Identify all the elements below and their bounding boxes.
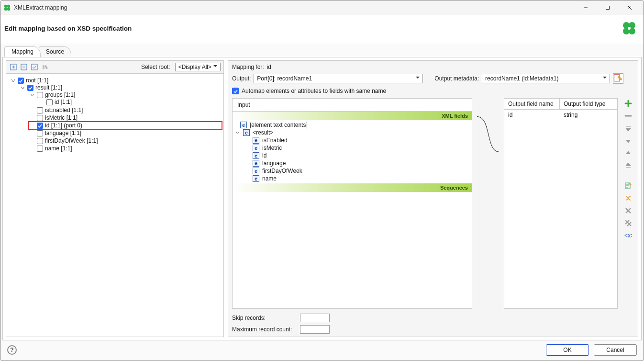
- collapse-all-icon[interactable]: [20, 63, 28, 71]
- xml-fields-list: e[element text contents] e<result> eisEn…: [233, 120, 472, 183]
- list-item[interactable]: e<result>: [234, 129, 470, 136]
- tab-mapping[interactable]: Mapping: [4, 46, 41, 57]
- select-root-value: <Display All>: [178, 64, 211, 70]
- tree-node-firstdayofweek[interactable]: firstDayOfWeek [1:1]: [29, 137, 222, 144]
- svg-point-3: [7, 8, 10, 11]
- select-root-combo[interactable]: <Display All>: [175, 63, 221, 71]
- chevron-down-icon[interactable]: [20, 85, 25, 90]
- subtitle-strip: Edit mapping based on XSD specification: [0, 15, 644, 44]
- clover-logo-icon: [621, 20, 638, 37]
- edit-metadata-button[interactable]: [613, 73, 623, 84]
- output-cell-type[interactable]: string: [560, 110, 617, 308]
- move-down-icon[interactable]: [624, 149, 633, 158]
- cancel-button[interactable]: Cancel: [594, 344, 637, 356]
- skip-records-label: Skip records:: [232, 315, 297, 321]
- svg-point-13: [45, 66, 47, 67]
- mapping-curve: [477, 98, 499, 309]
- checkbox[interactable]: [37, 138, 43, 144]
- tree-node-language[interactable]: language [1:1]: [29, 130, 222, 136]
- titlebar: XMLExtract mapping: [0, 0, 644, 15]
- output-port-combo[interactable]: Port[0]: recordName1: [254, 74, 423, 83]
- list-item[interactable]: e[element text contents]: [234, 121, 470, 129]
- output-metadata-combo[interactable]: recordName1 (id:Metadata1): [482, 74, 610, 83]
- checkbox[interactable]: [27, 85, 33, 91]
- element-icon: e: [243, 129, 250, 136]
- list-item[interactable]: elanguage: [234, 159, 470, 167]
- list-item[interactable]: eid: [234, 152, 470, 159]
- max-records-input[interactable]: [300, 325, 330, 334]
- output-metadata-label: Output metadata:: [434, 75, 479, 82]
- tree-node-root[interactable]: root [1:1]: [10, 77, 222, 84]
- xsd-tree[interactable]: root [1:1] result [1:1]: [6, 73, 223, 337]
- tree-node-groups[interactable]: groups [1:1]: [29, 91, 222, 98]
- move-bottom-icon[interactable]: [624, 161, 633, 170]
- move-top-icon[interactable]: [624, 124, 633, 133]
- tree-node-isenabled[interactable]: isEnabled [1:1]: [29, 107, 222, 113]
- mapping-for-label: Mapping for:: [232, 64, 264, 70]
- max-records-label: Maximum record count:: [232, 326, 297, 333]
- svg-point-0: [4, 5, 7, 8]
- tree-node-ismetric[interactable]: isMetric [1:1]: [29, 114, 222, 121]
- check-all-icon[interactable]: [30, 63, 39, 71]
- skip-records-input[interactable]: [300, 314, 330, 322]
- input-header: Input: [233, 99, 472, 112]
- remove-field-icon[interactable]: [624, 112, 633, 120]
- list-item[interactable]: eisEnabled: [234, 136, 470, 144]
- minimize-button[interactable]: [575, 0, 597, 15]
- auto-map-icon[interactable]: [624, 194, 633, 203]
- output-cell-name[interactable]: id: [504, 110, 560, 308]
- clear-mapping-icon[interactable]: [624, 206, 633, 215]
- help-icon[interactable]: ?: [7, 345, 17, 355]
- output-col-type: Output field type: [560, 99, 617, 110]
- dialog-window: XMLExtract mapping Edit mapping based on…: [0, 0, 644, 361]
- tab-area: Mapping Source Select root: <Display All…: [0, 44, 644, 341]
- automap-checkbox[interactable]: [232, 88, 239, 94]
- checkbox[interactable]: [37, 115, 43, 121]
- maximize-button[interactable]: [597, 0, 619, 15]
- tree-node-groups-id[interactable]: id [1:1]: [39, 99, 222, 105]
- checkbox[interactable]: [37, 123, 43, 129]
- edit-list-icon[interactable]: [624, 181, 633, 190]
- checkbox[interactable]: [37, 130, 43, 136]
- input-scroll[interactable]: [233, 192, 472, 308]
- tree-settings-icon[interactable]: [41, 63, 49, 71]
- tab-source[interactable]: Source: [39, 46, 71, 57]
- tab-body: Select root: <Display All> root [1:1]: [2, 57, 642, 340]
- move-up-icon[interactable]: [624, 136, 633, 145]
- sequences-header: Sequences: [233, 183, 472, 192]
- tree-node-id-port0[interactable]: id [1:1] (port 0): [29, 122, 222, 129]
- checkbox[interactable]: [46, 99, 53, 105]
- output-header: Output field name Output field type: [504, 99, 617, 110]
- svg-point-14: [46, 68, 48, 69]
- tree-node-name[interactable]: name [1:1]: [29, 145, 222, 152]
- list-item[interactable]: ename: [234, 175, 470, 182]
- automap-row: Automap elements or attributes to fields…: [232, 87, 634, 95]
- checkbox[interactable]: [37, 146, 43, 152]
- add-field-icon[interactable]: [624, 99, 633, 108]
- window-title: XMLExtract mapping: [14, 4, 575, 11]
- output-column: Output field name Output field type id s…: [504, 98, 618, 309]
- automap-label: Automap elements or attributes to fields…: [242, 88, 386, 94]
- close-button[interactable]: [619, 0, 641, 15]
- clear-all-mapping-icon[interactable]: [624, 219, 633, 227]
- subtitle: Edit mapping based on XSD specification: [4, 25, 132, 32]
- chevron-down-icon[interactable]: [29, 92, 35, 98]
- mapping-grid: Input XML fields e[element text contents…: [232, 98, 634, 309]
- checkbox[interactable]: [37, 107, 43, 113]
- svg-point-9: [628, 27, 631, 30]
- ok-button[interactable]: OK: [546, 344, 589, 356]
- list-item[interactable]: efirstDayOfWeek: [234, 167, 470, 175]
- chevron-down-icon[interactable]: [234, 130, 240, 135]
- list-item[interactable]: eisMetric: [234, 144, 470, 152]
- chevron-down-icon[interactable]: [10, 78, 16, 83]
- mapping-for-value: id: [267, 64, 271, 70]
- expand-all-icon[interactable]: [9, 63, 18, 71]
- tree-node-result[interactable]: result [1:1]: [20, 84, 222, 91]
- checkbox[interactable]: [37, 92, 43, 98]
- checkbox[interactable]: [18, 78, 24, 84]
- dialog-buttons: ? OK Cancel: [0, 339, 644, 361]
- left-toolbar: Select root: <Display All>: [6, 61, 223, 73]
- output-col-name: Output field name: [504, 99, 560, 110]
- svg-point-2: [4, 8, 7, 11]
- xml-settings-icon[interactable]: <x>: [624, 231, 633, 240]
